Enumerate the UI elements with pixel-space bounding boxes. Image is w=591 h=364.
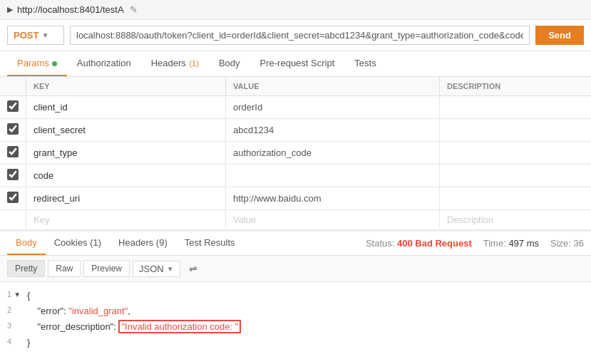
response-tab-testresults[interactable]: Test Results [176, 232, 244, 255]
row-checkbox-2[interactable] [7, 146, 19, 157]
code-line-3: 3 "error_description": "Invalid authoriz… [7, 319, 584, 335]
tab-headers[interactable]: Headers (1) [141, 51, 209, 76]
new-row-desc-cell: Description [440, 210, 592, 230]
format-raw-btn[interactable]: Raw [48, 260, 81, 277]
row-check-cell [0, 142, 26, 165]
request-line: POST ▼ Send [0, 20, 591, 51]
filter-icon[interactable]: ⇌ [183, 260, 203, 277]
time-value: 497 ms [508, 238, 539, 249]
format-type-select[interactable]: JSON ▼ [133, 261, 180, 277]
row-value-cell: authorization_code [226, 142, 440, 165]
url-input[interactable] [70, 26, 530, 45]
params-section: KEY VALUE DESCRIPTION client_id orderId … [0, 77, 591, 230]
tab-body[interactable]: Body [209, 51, 250, 76]
request-title: http://localhost:8401/testA [17, 4, 124, 15]
response-section: Body Cookies (1) Headers (9) Test Result… [0, 230, 591, 356]
row-value-cell: http://www.baidu.com [226, 187, 440, 210]
value-column-header: VALUE [226, 77, 440, 96]
status-value: 400 Bad Request [397, 238, 472, 249]
response-code-area: 1 ▼ { 2 "error": "invalid_grant", 3 "err… [0, 282, 591, 356]
row-key-cell: client_secret [26, 119, 226, 142]
new-row-value-cell: Value [226, 210, 440, 230]
params-dot [52, 61, 57, 66]
row-check-cell [0, 119, 26, 142]
edit-icon[interactable]: ✎ [130, 4, 138, 15]
new-row-key-cell: Key [26, 210, 226, 230]
response-toolbar: Pretty Raw Preview JSON ▼ ⇌ [0, 256, 591, 282]
row-key-cell: grant_type [26, 142, 226, 165]
row-key-cell: redirect_uri [26, 187, 226, 210]
row-check-cell [0, 165, 26, 187]
tab-tests[interactable]: Tests [344, 51, 386, 76]
row-checkbox-1[interactable] [7, 123, 19, 135]
format-pretty-btn[interactable]: Pretty [7, 260, 45, 277]
tab-params[interactable]: Params [7, 51, 67, 76]
table-row-new: Key Value Description [0, 210, 591, 230]
row-check-cell [0, 187, 26, 210]
response-tab-cookies[interactable]: Cookies (1) [46, 232, 110, 255]
desc-column-header: DESCRIPTION [440, 77, 592, 96]
format-type-label: JSON [139, 264, 164, 274]
error-description-value: "Invalid authorization code: " [118, 320, 241, 333]
size-value: Size: 36 [550, 238, 584, 249]
method-arrow-icon: ▼ [41, 31, 48, 39]
table-row: code [0, 165, 591, 187]
response-tab-headers[interactable]: Headers (9) [110, 232, 176, 255]
row-checkbox-0[interactable] [7, 100, 19, 112]
row-desc-cell [440, 187, 592, 210]
format-preview-btn[interactable]: Preview [83, 260, 130, 277]
row-desc-cell [440, 96, 592, 119]
code-line-4: 4 } [7, 335, 584, 350]
format-type-arrow-icon: ▼ [167, 265, 174, 273]
table-row: grant_type authorization_code [0, 142, 591, 165]
row-desc-cell [440, 119, 592, 142]
params-table: KEY VALUE DESCRIPTION client_id orderId … [0, 77, 591, 230]
collapse-arrow-icon[interactable]: ▶ [7, 5, 13, 14]
request-tabs: Params Authorization Headers (1) Body Pr… [0, 51, 591, 77]
response-tabs: Body Cookies (1) Headers (9) Test Result… [0, 232, 591, 256]
row-desc-cell [440, 142, 592, 165]
row-desc-cell [440, 165, 592, 187]
send-button[interactable]: Send [535, 26, 584, 45]
response-tab-body[interactable]: Body [7, 232, 46, 255]
code-line-1: 1 ▼ { [7, 288, 584, 303]
row-value-cell: orderId [226, 96, 440, 119]
row-key-cell: code [26, 165, 226, 187]
row-checkbox-3[interactable] [7, 169, 19, 180]
row-checkbox-4[interactable] [7, 192, 19, 203]
row-check-cell [0, 96, 26, 119]
table-row: client_id orderId [0, 96, 591, 119]
method-label: POST [14, 30, 38, 41]
code-line-2: 2 "error": "invalid_grant", [7, 303, 584, 319]
table-row: client_secret abcd1234 [0, 119, 591, 142]
new-row-check-cell [0, 210, 26, 230]
check-column-header [0, 77, 26, 96]
row-value-cell: abcd1234 [226, 119, 440, 142]
method-select[interactable]: POST ▼ [7, 26, 64, 45]
collapse-icon: ▼ [14, 291, 21, 298]
tab-prerequest[interactable]: Pre-request Script [250, 51, 345, 76]
response-status-bar: Status: 400 Bad Request Time: 497 ms Siz… [366, 238, 584, 249]
row-value-cell [226, 165, 440, 187]
key-column-header: KEY [26, 77, 226, 96]
table-row: redirect_uri http://www.baidu.com [0, 187, 591, 210]
top-bar: ▶ http://localhost:8401/testA ✎ [0, 0, 591, 20]
tab-authorization[interactable]: Authorization [67, 51, 141, 76]
row-key-cell: client_id [26, 96, 226, 119]
